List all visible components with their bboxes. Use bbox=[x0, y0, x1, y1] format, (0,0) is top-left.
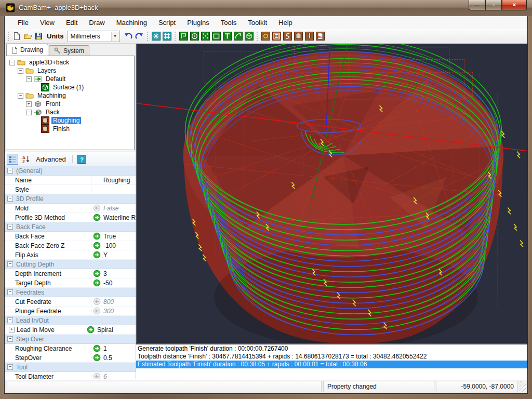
draw-polyline-button[interactable] bbox=[178, 31, 189, 42]
resize-grip[interactable] bbox=[520, 381, 526, 392]
propgrid-row-cut-feedrate[interactable]: Cut Feedrate800 bbox=[5, 297, 136, 307]
mop-pocket-button[interactable] bbox=[271, 31, 282, 42]
propgrid-category-3d-profile[interactable]: −3D Profile bbox=[5, 194, 136, 204]
category-collapse-expander[interactable]: − bbox=[7, 224, 13, 230]
toolbar-grip[interactable] bbox=[7, 32, 10, 41]
tree-item-surface-1-[interactable]: Surface (1) bbox=[51, 84, 85, 91]
mop-drill-button[interactable] bbox=[293, 31, 304, 42]
log-line-1[interactable]: Generate toolpath 'Finish' duration : 00… bbox=[136, 345, 527, 353]
propgrid-category-lead-in-out[interactable]: −Lead In/Out bbox=[5, 316, 136, 325]
tree-item-machining[interactable]: Machining bbox=[36, 92, 68, 99]
tree-expander-expand[interactable]: + bbox=[26, 101, 32, 107]
menu-script[interactable]: Script bbox=[153, 17, 181, 29]
save-file-button[interactable] bbox=[33, 31, 44, 42]
close-button[interactable]: ✕ bbox=[502, 0, 527, 10]
property-expand-icon[interactable]: + bbox=[9, 327, 15, 332]
property-value[interactable]: Roughing bbox=[102, 177, 136, 184]
draw-arc-button[interactable] bbox=[233, 31, 244, 42]
maximize-button[interactable]: ▫ bbox=[485, 0, 502, 10]
property-value[interactable]: Waterline Rough bbox=[102, 214, 136, 221]
viewport-canvas[interactable] bbox=[137, 44, 527, 343]
tree-item-apple3d-back[interactable]: apple3D+back bbox=[28, 59, 71, 66]
menu-view[interactable]: View bbox=[34, 17, 60, 29]
toolbar-grip[interactable] bbox=[174, 32, 177, 41]
propgrid-row-back-face-zero-z[interactable]: Back Face Zero Z-100 bbox=[5, 241, 136, 250]
property-value[interactable]: 300 bbox=[102, 308, 136, 315]
propgrid-row-style[interactable]: Style bbox=[5, 185, 136, 194]
property-value[interactable]: 3 bbox=[102, 270, 136, 277]
tree-item-roughing[interactable]: Roughing bbox=[51, 117, 81, 124]
propgrid-category-cutting-depth[interactable]: −Cutting Depth bbox=[5, 260, 136, 269]
tree-item-default[interactable]: Default bbox=[44, 75, 67, 83]
open-file-button[interactable] bbox=[22, 31, 33, 42]
property-value[interactable]: -50 bbox=[102, 280, 136, 287]
tree-expander-collapse[interactable]: − bbox=[18, 93, 23, 99]
tree-expander-collapse[interactable]: − bbox=[26, 76, 32, 82]
propgrid-row-target-depth[interactable]: Target Depth-50 bbox=[5, 278, 136, 288]
draw-circle-button[interactable] bbox=[189, 31, 200, 42]
toolbar-grip[interactable] bbox=[256, 32, 259, 41]
property-value[interactable]: Spiral bbox=[96, 326, 136, 334]
category-collapse-expander[interactable]: − bbox=[7, 336, 13, 342]
draw-surface-button[interactable] bbox=[244, 31, 255, 42]
propgrid-row-lead-in-move[interactable]: +Lead In MoveSpiral bbox=[5, 325, 136, 335]
property-value[interactable]: 1 bbox=[102, 345, 136, 352]
menu-help[interactable]: Help bbox=[273, 17, 298, 29]
propgrid-row-flip-axis[interactable]: Flip AxisY bbox=[5, 250, 136, 260]
snap-to-point-button[interactable] bbox=[151, 31, 162, 42]
tree-item-back[interactable]: Back bbox=[44, 109, 61, 116]
propgrid-row-stepover[interactable]: StepOver0.5 bbox=[5, 353, 136, 363]
propgrid-row-name[interactable]: NameRoughing bbox=[5, 176, 136, 185]
advanced-button[interactable]: Advanced bbox=[36, 155, 66, 163]
property-value[interactable]: True bbox=[102, 233, 136, 240]
undo-button[interactable] bbox=[123, 31, 134, 42]
menu-machining[interactable]: Machining bbox=[111, 17, 153, 29]
draw-points-button[interactable] bbox=[200, 31, 211, 42]
property-value[interactable]: 800 bbox=[102, 298, 136, 305]
propgrid-row-mold[interactable]: MoldFalse bbox=[5, 204, 136, 213]
tree-item-front[interactable]: Front bbox=[44, 100, 62, 108]
mop-engrave-button[interactable] bbox=[282, 31, 293, 42]
propgrid-category-tool[interactable]: −Tool bbox=[5, 363, 136, 372]
property-value[interactable]: -100 bbox=[102, 242, 136, 249]
propgrid-row-depth-increment[interactable]: Depth Increment3 bbox=[5, 269, 136, 278]
menu-toolkit[interactable]: Toolkit bbox=[242, 17, 273, 29]
menu-plugins[interactable]: Plugins bbox=[181, 17, 215, 29]
mop-profile-button[interactable] bbox=[260, 31, 271, 42]
new-file-button[interactable] bbox=[11, 31, 22, 42]
minimize-button[interactable]: ─ bbox=[469, 0, 485, 10]
category-collapse-expander[interactable]: − bbox=[7, 364, 13, 370]
property-value[interactable]: False bbox=[102, 205, 136, 212]
viewport-3d[interactable] bbox=[136, 44, 527, 343]
tab-drawing[interactable]: Drawing bbox=[6, 44, 48, 56]
property-value[interactable]: 0.5 bbox=[102, 354, 136, 362]
tree-expander-collapse[interactable]: − bbox=[9, 60, 15, 65]
category-collapse-expander[interactable]: − bbox=[7, 289, 13, 295]
menu-edit[interactable]: Edit bbox=[60, 17, 83, 29]
propgrid-row-profile-3d-method[interactable]: Profile 3D MethodWaterline Rough bbox=[5, 213, 136, 222]
draw-rectangle-button[interactable] bbox=[211, 31, 222, 42]
category-collapse-expander[interactable]: − bbox=[7, 168, 13, 174]
propgrid-row-plunge-feedrate[interactable]: Plunge Feedrate300 bbox=[5, 307, 136, 316]
menu-file[interactable]: File bbox=[12, 17, 34, 29]
title-bar[interactable]: CamBam+ apple3D+back ─ ▫ ✕ bbox=[0, 0, 532, 16]
redo-button[interactable] bbox=[134, 31, 145, 42]
tree-item-layers[interactable]: Layers bbox=[36, 67, 58, 74]
tree-expander-collapse[interactable]: − bbox=[18, 68, 23, 74]
propgrid-row-back-face[interactable]: Back FaceTrue bbox=[5, 232, 136, 241]
mop-gcode-button[interactable]: NC bbox=[315, 31, 326, 42]
snap-to-grid-button[interactable] bbox=[162, 31, 172, 42]
category-collapse-expander[interactable]: − bbox=[7, 196, 13, 202]
propgrid-category--general-[interactable]: −(General) bbox=[5, 166, 136, 176]
menu-tools[interactable]: Tools bbox=[215, 17, 242, 29]
log-line-3[interactable]: Estimated Toolpath 'Finish' duration : 0… bbox=[136, 361, 527, 368]
property-value[interactable]: Y bbox=[102, 251, 136, 259]
menu-draw[interactable]: Draw bbox=[83, 17, 110, 29]
propgrid-category-step-over[interactable]: −Step Over bbox=[5, 335, 136, 344]
log-line-2[interactable]: Toolpath distance 'Finish' : 30467.78144… bbox=[136, 353, 527, 361]
draw-text-button[interactable] bbox=[222, 31, 233, 42]
propgrid-category-feedrates[interactable]: −Feedrates bbox=[5, 288, 136, 297]
propgrid-row-tool-diameter[interactable]: Tool Diameter6 bbox=[5, 372, 136, 379]
property-value[interactable]: 6 bbox=[102, 373, 136, 380]
categorized-view-button[interactable] bbox=[7, 154, 18, 165]
